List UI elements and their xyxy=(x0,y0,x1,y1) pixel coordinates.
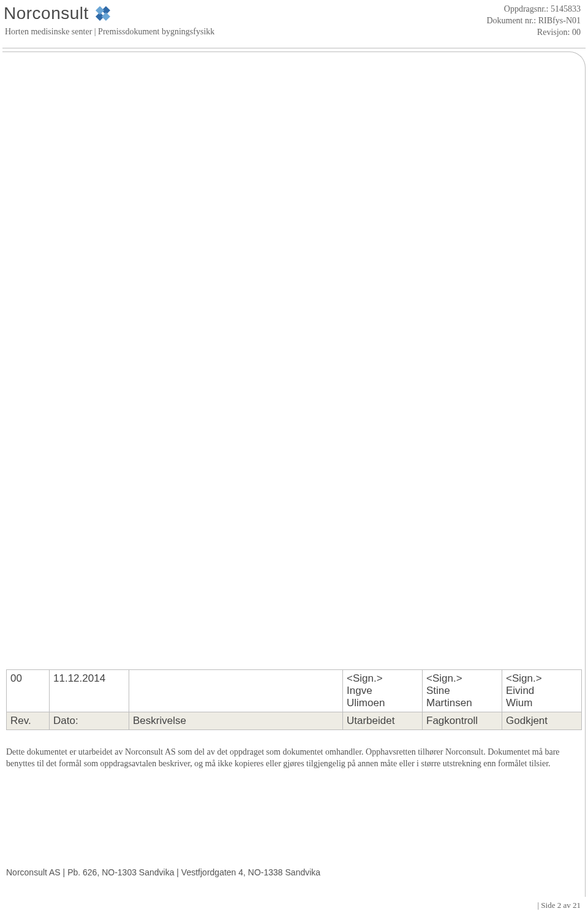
meta-revisjon: Revisjon: 00 xyxy=(486,27,581,39)
cell-rev: 00 xyxy=(7,670,50,712)
meta-revisjon-value: 00 xyxy=(572,28,581,37)
meta-revisjon-label: Revisjon: xyxy=(537,28,570,37)
page-header: Norconsult Horten medisinske senter | Pr… xyxy=(0,0,588,47)
cell-date: 11.12.2014 xyxy=(50,670,129,712)
page-number: | Side 2 av 21 xyxy=(538,901,581,910)
meta-dokument-label: Dokument nr.: xyxy=(486,16,536,25)
hdr-utarbeidet: Utarbeidet xyxy=(343,712,423,730)
header-divider xyxy=(2,48,586,48)
svg-rect-2 xyxy=(96,6,104,15)
logo-text: Norconsult xyxy=(4,4,89,23)
hdr-rev: Rev. xyxy=(7,712,50,730)
svg-rect-3 xyxy=(102,12,110,21)
hdr-desc: Beskrivelse xyxy=(129,712,343,730)
disclaimer-text: Dette dokumentet er utarbeidet av Norcon… xyxy=(6,747,576,770)
revision-table-wrap: 00 11.12.2014 <Sign.> Ingve Ulimoen <Sig… xyxy=(6,669,582,730)
cell-desc xyxy=(129,670,343,712)
hdr-fagkontroll: Fagkontroll xyxy=(423,712,502,730)
cell-fagkontroll: <Sign.> Stine Martinsen xyxy=(423,670,502,712)
footer-company-line: Norconsult AS | Pb. 626, NO-1303 Sandvik… xyxy=(6,867,320,877)
table-header-row: Rev. Dato: Beskrivelse Utarbeidet Fagkon… xyxy=(7,712,582,730)
cell-godkjent: <Sign.> Eivind Wium xyxy=(502,670,582,712)
table-row: 00 11.12.2014 <Sign.> Ingve Ulimoen <Sig… xyxy=(7,670,582,712)
meta-dokument: Dokument nr.: RIBfys-N01 xyxy=(486,15,581,27)
header-meta: Oppdragsnr.: 5145833 Dokument nr.: RIBfy… xyxy=(486,4,581,39)
cell-utarbeidet: <Sign.> Ingve Ulimoen xyxy=(343,670,423,712)
meta-oppdrag-value: 5145833 xyxy=(551,4,581,13)
meta-oppdrag-label: Oppdragsnr.: xyxy=(504,4,549,13)
page-frame xyxy=(2,51,586,897)
revision-table: 00 11.12.2014 <Sign.> Ingve Ulimoen <Sig… xyxy=(6,669,582,730)
meta-oppdrag: Oppdragsnr.: 5145833 xyxy=(486,4,581,15)
hdr-date: Dato: xyxy=(50,712,129,730)
meta-dokument-value: RIBfys-N01 xyxy=(538,16,581,25)
logo-icon xyxy=(92,5,113,22)
hdr-godkjent: Godkjent xyxy=(502,712,582,730)
document-page: Norconsult Horten medisinske senter | Pr… xyxy=(0,0,588,914)
